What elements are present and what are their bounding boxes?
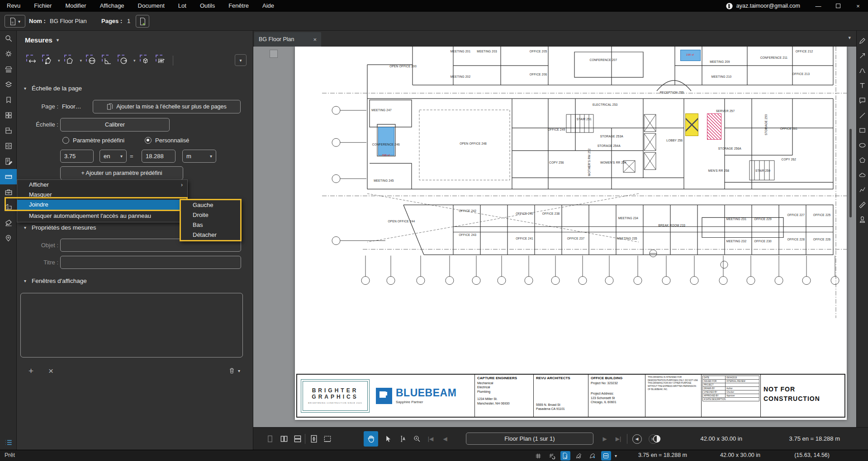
- menu-item-masquer-auto[interactable]: Masquer automatiquement l'accès au panne…: [17, 210, 187, 222]
- scale-value2-input[interactable]: [142, 150, 175, 163]
- panel-title[interactable]: Mesures▾: [25, 36, 59, 44]
- toolbar-overflow-button[interactable]: ▾: [235, 54, 247, 66]
- chevron-down-icon[interactable]: ▾: [133, 58, 136, 63]
- previous-page-button[interactable]: ◀: [440, 433, 451, 444]
- last-page-button[interactable]: ▶|: [613, 433, 624, 444]
- viewports-section-header[interactable]: ▾ Fenêtres d'affichage: [24, 278, 87, 284]
- measurements-panel-icon[interactable]: [0, 169, 17, 184]
- measurement-properties-section-header[interactable]: ▾ Propriétés des mesures: [24, 224, 96, 231]
- count-tool-button[interactable]: [155, 54, 168, 67]
- titre-input[interactable]: [60, 256, 241, 269]
- calibrate-button[interactable]: Calibrer: [60, 118, 170, 132]
- signature-icon[interactable]: [0, 215, 17, 230]
- line-tool-icon[interactable]: [858, 111, 867, 120]
- add-viewport-button[interactable]: +: [28, 366, 33, 376]
- next-page-button[interactable]: ▶: [599, 433, 610, 444]
- snap-markup-toggle-icon[interactable]: [574, 451, 584, 461]
- account-button[interactable]: ayaz.taimoor@gmail.com: [726, 2, 800, 10]
- file-access-icon[interactable]: [0, 200, 17, 215]
- chevron-down-icon[interactable]: ▾: [58, 58, 60, 63]
- polylength-tool-button[interactable]: [42, 54, 54, 67]
- submenu-item-gauche[interactable]: Gauche: [181, 200, 240, 210]
- scale-value1-input[interactable]: [60, 150, 94, 163]
- unit1-select[interactable]: en▾: [100, 150, 127, 163]
- curve-tool-icon[interactable]: [858, 66, 867, 75]
- delete-viewport-button[interactable]: ×: [48, 366, 53, 376]
- length-tool-button[interactable]: [26, 54, 38, 67]
- text-tool-icon[interactable]: [858, 81, 867, 90]
- submenu-item-droite[interactable]: Droite: [181, 210, 240, 220]
- menu-lot[interactable]: Lot: [171, 0, 193, 12]
- diameter-tool-button[interactable]: [85, 54, 98, 67]
- single-page-view-icon[interactable]: [265, 433, 275, 444]
- menu-item-joindre[interactable]: Joindre›: [17, 200, 187, 210]
- fit-width-icon[interactable]: [322, 433, 333, 444]
- status-scale[interactable]: 3.75 en = 18.288 m: [638, 452, 687, 458]
- pan-tool-button[interactable]: [364, 431, 378, 447]
- chevron-down-icon[interactable]: ▾: [615, 453, 617, 458]
- search-icon[interactable]: [0, 31, 17, 46]
- menu-item-masquer[interactable]: Masquer: [17, 190, 187, 200]
- area-tool-button[interactable]: [64, 54, 76, 67]
- flatten-stack-icon[interactable]: [0, 61, 17, 77]
- polyline-tool-icon[interactable]: [858, 185, 867, 194]
- page-value[interactable]: Floor…: [62, 103, 81, 110]
- add-preset-button[interactable]: + Ajouter un paramètre prédéfini: [60, 166, 183, 180]
- note-tool-icon[interactable]: [858, 96, 867, 105]
- document-scrollbar[interactable]: [849, 129, 852, 217]
- snap-content-toggle-icon[interactable]: [560, 451, 570, 461]
- zoom-tool-icon[interactable]: [412, 433, 422, 444]
- restore-button[interactable]: [828, 0, 848, 12]
- add-page-button[interactable]: [136, 15, 149, 28]
- studio-pin-icon[interactable]: [0, 230, 17, 246]
- arrow-tool-icon[interactable]: [858, 51, 867, 60]
- menu-modifier[interactable]: Modifier: [58, 0, 93, 12]
- area-markup-yellow[interactable]: [685, 113, 698, 136]
- split-view-icon[interactable]: [292, 433, 303, 444]
- thumbnails-icon[interactable]: [0, 108, 17, 123]
- trash-button[interactable]: ▾: [228, 367, 240, 374]
- layers-icon[interactable]: [0, 77, 17, 92]
- preset-radio-label[interactable]: Paramètre prédéfini: [73, 137, 124, 144]
- grid-toggle-icon[interactable]: [533, 451, 543, 461]
- menu-revu[interactable]: Revu: [0, 0, 27, 12]
- menu-outils[interactable]: Outils: [193, 0, 222, 12]
- cloud-tool-icon[interactable]: [858, 170, 867, 179]
- submenu-item-detacher[interactable]: Détacher: [181, 230, 240, 240]
- settings-gear-icon[interactable]: [0, 46, 17, 61]
- area-markup-hatched[interactable]: [707, 113, 721, 140]
- menu-affichage[interactable]: Affichage: [93, 0, 131, 12]
- minimize-button[interactable]: —: [808, 0, 828, 12]
- select-tool-icon[interactable]: [383, 433, 394, 444]
- menu-fichier[interactable]: Fichier: [27, 0, 58, 12]
- chevron-down-icon[interactable]: ▾: [80, 58, 82, 63]
- apply-scale-multiple-pages-button[interactable]: Ajouter la mise à l'échelle sur plus de …: [93, 100, 241, 113]
- previous-view-button[interactable]: ◀: [631, 433, 642, 444]
- spaces-icon[interactable]: [0, 123, 17, 138]
- contrast-icon[interactable]: [651, 433, 662, 444]
- polygon-tool-icon[interactable]: [858, 155, 867, 165]
- page-navigation-field[interactable]: Floor Plan (1 sur 1): [466, 433, 593, 445]
- submenu-item-bas[interactable]: Bas: [181, 220, 240, 230]
- pdf-page[interactable]: OPEN OFFICE 200MEETING 201MEETING 203MEE…: [295, 47, 847, 420]
- markups-list-toggle-icon[interactable]: [0, 435, 17, 450]
- document-tab[interactable]: BG Floor Plan ×: [254, 32, 321, 47]
- close-button[interactable]: ×: [848, 0, 868, 12]
- first-page-button[interactable]: |◀: [425, 433, 436, 444]
- area-markup-conference-246[interactable]: [378, 127, 394, 156]
- stamp-tool-icon[interactable]: [858, 215, 867, 224]
- pen-tool-icon[interactable]: [858, 36, 867, 45]
- sync-views-toggle-icon[interactable]: [601, 451, 611, 461]
- viewports-listbox[interactable]: [20, 293, 243, 358]
- preset-radio[interactable]: [62, 137, 69, 144]
- snap-grid-toggle-icon[interactable]: [547, 451, 557, 461]
- unit2-select[interactable]: m▾: [182, 150, 216, 163]
- document-canvas[interactable]: OPEN OFFICE 200MEETING 201MEETING 203MEE…: [253, 47, 856, 427]
- custom-radio-label[interactable]: Personnalisé: [155, 137, 189, 144]
- menu-aide[interactable]: Aide: [256, 0, 281, 12]
- menu-fenetre[interactable]: Fenêtre: [222, 0, 256, 12]
- tab-list-chevron-icon[interactable]: ▾: [848, 35, 851, 41]
- bookmarks-icon[interactable]: [0, 92, 17, 108]
- sets-icon[interactable]: [0, 138, 17, 154]
- fit-page-icon[interactable]: [308, 433, 319, 444]
